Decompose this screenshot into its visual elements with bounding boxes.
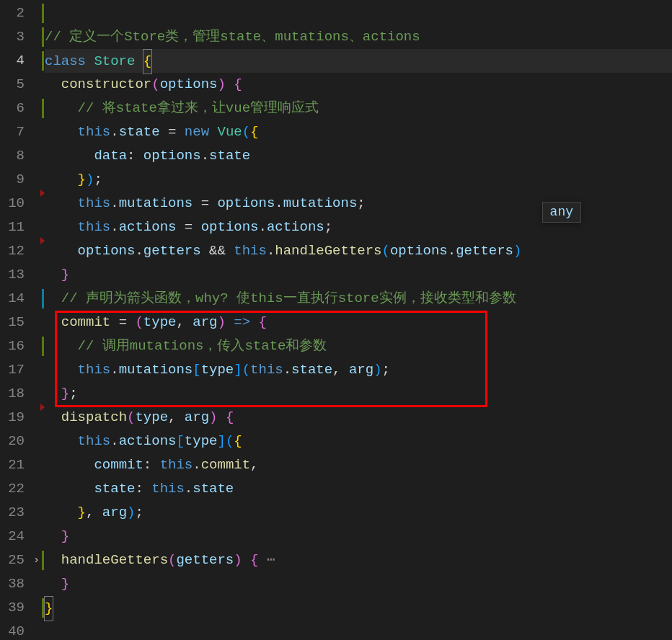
token-dot: .: [135, 243, 143, 259]
folded-code-icon[interactable]: ⋯: [259, 552, 275, 568]
token-property: getters: [456, 243, 513, 259]
token-dot: .: [259, 219, 267, 235]
token-paren: (: [382, 243, 390, 259]
line-number: 16: [0, 334, 35, 358]
token-property: data: [94, 148, 127, 164]
line-number: 15: [0, 311, 35, 334]
token-brace: }: [78, 172, 86, 187]
token-param: arg: [193, 314, 217, 330]
token-paren: ): [217, 76, 234, 92]
type-hover-tooltip: any: [542, 202, 581, 223]
token-var: type: [201, 362, 234, 378]
git-modified-bar: [42, 27, 44, 47]
token-paren: (: [242, 362, 250, 378]
token-property: actions: [119, 219, 177, 235]
git-modified-bar: [42, 337, 44, 356]
token-param: type: [135, 409, 168, 425]
token-colon: :: [127, 148, 143, 164]
token-function: commit: [61, 314, 110, 330]
token-class-name: Store: [86, 53, 143, 69]
code-line: state: this.state: [45, 477, 672, 501]
token-paren: ): [86, 172, 94, 187]
token-op: =: [110, 314, 135, 330]
token-paren: (: [135, 314, 143, 330]
token-paren: ): [127, 505, 135, 520]
git-modified-bar: [42, 51, 44, 71]
token-comma: ,: [250, 457, 258, 473]
token-this: this: [234, 243, 267, 259]
code-line: }: [45, 572, 672, 596]
token-semi: ;: [135, 505, 143, 520]
token-brace: {: [250, 552, 258, 568]
code-line: class Store {: [45, 49, 672, 73]
token-brace: {: [250, 124, 258, 140]
line-number-gutter: 2 3 4 5 6 7 8 9 10 11 12 13 14 15 16 17 …: [0, 0, 35, 640]
token-colon: :: [143, 457, 160, 473]
token-op: =: [160, 124, 185, 140]
token-var: options: [201, 219, 259, 235]
token-dot: .: [201, 148, 209, 164]
code-line: [45, 1, 672, 25]
line-number: 20: [0, 430, 35, 453]
token-this: this: [78, 433, 111, 449]
token-dot: .: [448, 243, 456, 259]
line-number: 17: [0, 358, 35, 382]
fold-column: ›: [35, 0, 45, 640]
token-dot: .: [110, 433, 118, 449]
deleted-marker-icon: [40, 190, 45, 197]
code-editor[interactable]: 2 3 4 5 6 7 8 9 10 11 12 13 14 15 16 17 …: [0, 0, 672, 640]
git-modified-bar: [42, 551, 44, 570]
token-this: this: [151, 481, 185, 497]
token-semi: ;: [69, 386, 77, 401]
git-modified-bar: [42, 99, 44, 118]
token-this: this: [78, 124, 111, 140]
token-brace: {: [259, 314, 267, 330]
token-bracket: ]: [234, 362, 242, 378]
token-property: state: [291, 362, 332, 378]
line-number: 10: [0, 192, 35, 215]
token-dot: .: [110, 124, 118, 140]
token-property: actions: [119, 433, 177, 449]
token-semi: ;: [94, 172, 102, 187]
token-paren: ): [209, 409, 226, 425]
token-brace: {: [226, 409, 234, 425]
token-bracket: [: [193, 362, 200, 378]
code-line: commit: this.commit,: [45, 453, 672, 477]
code-line: commit = (type, arg) => {: [45, 311, 672, 334]
token-semi: ;: [324, 219, 332, 235]
code-line: data: options.state: [45, 144, 672, 168]
token-op: =: [176, 219, 200, 235]
token-paren: (: [168, 552, 176, 568]
token-dot: .: [110, 362, 118, 378]
token-var: type: [185, 433, 218, 449]
git-changed-bar: [42, 289, 44, 308]
token-this: this: [160, 457, 193, 473]
code-line: // 定义一个Store类，管理state、mutations、actions: [45, 25, 672, 49]
line-number: 21: [0, 453, 35, 477]
token-semi: ;: [382, 362, 390, 378]
token-property: commit: [94, 457, 143, 473]
line-number: 3: [0, 25, 35, 49]
token-brace: }: [61, 528, 69, 544]
token-comma: ,: [86, 505, 102, 520]
code-line: // 调用mutations，传入state和参数: [45, 334, 672, 358]
line-number: 7: [0, 120, 35, 144]
chevron-right-icon[interactable]: ›: [33, 548, 40, 572]
token-paren: ): [234, 552, 250, 568]
code-area[interactable]: // 定义一个Store类，管理state、mutations、actions …: [45, 0, 672, 640]
token-this: this: [250, 362, 283, 378]
token-bracket: ]: [217, 433, 225, 449]
token-var: options: [390, 243, 448, 259]
line-number: 22: [0, 477, 35, 501]
code-line: }: [45, 263, 672, 287]
token-keyword: class: [45, 53, 86, 69]
line-number: 19: [0, 406, 35, 430]
token-this: this: [78, 219, 111, 235]
token-comma: ,: [176, 314, 193, 330]
code-line: this.state = new Vue({: [45, 120, 672, 144]
token-brace: {: [143, 49, 152, 74]
code-line: options.getters && this.handleGetters(op…: [45, 239, 672, 263]
code-line: this.actions[type]({: [45, 430, 672, 453]
token-param: getters: [176, 552, 234, 568]
token-brace: }: [78, 505, 86, 520]
